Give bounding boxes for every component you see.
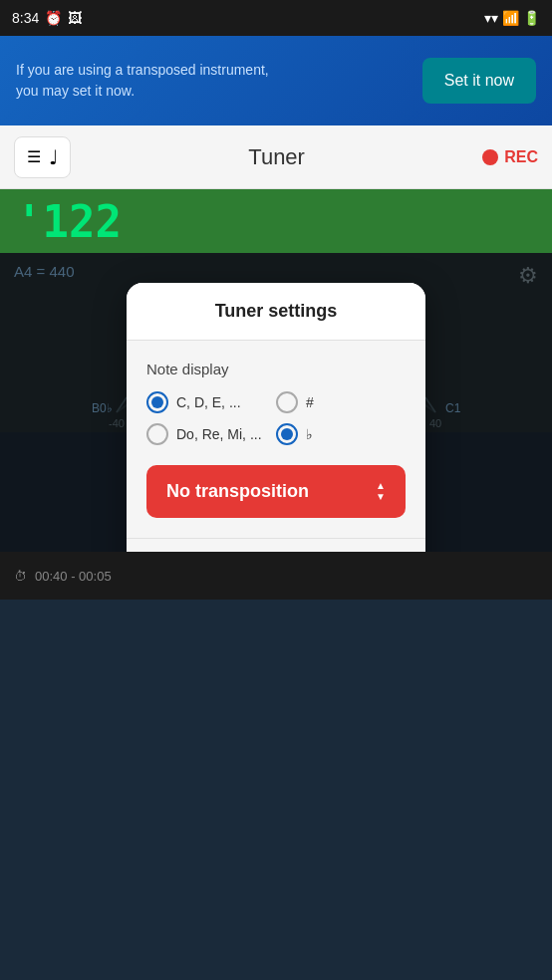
status-right: ▾▾ 📶 🔋 — [484, 10, 540, 26]
tuner-value: '122 — [16, 196, 122, 247]
radio-flat[interactable]: ♭ — [276, 423, 406, 445]
radio-cde[interactable]: C, D, E, ... — [146, 391, 276, 413]
hamburger-icon: ☰ — [27, 147, 41, 166]
rec-dot — [482, 149, 498, 165]
transposition-label: No transposition — [166, 481, 309, 502]
transposition-arrows: ▲ ▼ — [376, 481, 386, 502]
app-title: Tuner — [248, 144, 305, 170]
wifi-icon: ▾▾ — [484, 10, 498, 26]
banner-text: If you are using a transposed instrument… — [16, 60, 275, 102]
radio-circle-flat — [276, 423, 298, 445]
alarm-icon: ⏰ — [45, 10, 62, 26]
signal-icon: 📶 — [502, 10, 519, 26]
bottom-bar: ⏱ 00:40 - 00:05 — [0, 552, 552, 600]
radio-circle-sharp — [276, 391, 298, 413]
tuner-background: A4 = 440 ⚙ -40 -20 0 20 40 B0♭ C — [0, 253, 552, 552]
photo-icon: 🖼 — [68, 10, 82, 26]
freq-section: A4 Frequency − 440Hz + Reset : 440Hz — [146, 539, 406, 552]
arrow-up-icon: ▲ — [376, 481, 386, 491]
note-icon: ♩ — [49, 145, 58, 169]
status-bar: 8:34 ⏰ 🖼 ▾▾ 📶 🔋 — [0, 0, 552, 36]
dialog-title: Tuner settings — [127, 283, 425, 341]
radio-sharp[interactable]: # — [276, 391, 406, 413]
transposition-select[interactable]: No transposition ▲ ▼ — [146, 465, 406, 518]
arrow-down-icon: ▼ — [376, 492, 386, 502]
time-display: 8:34 — [12, 10, 39, 26]
radio-circle-cde — [146, 391, 168, 413]
tuner-settings-dialog: Tuner settings Note display C, D, E, ...… — [127, 283, 425, 552]
set-it-now-button[interactable]: Set it now — [422, 58, 536, 104]
banner: If you are using a transposed instrument… — [0, 36, 552, 125]
rec-button[interactable]: REC — [482, 148, 538, 166]
radio-doremi[interactable]: Do, Re, Mi, ... — [146, 423, 276, 445]
timer-icon: ⏱ — [14, 569, 27, 584]
battery-icon: 🔋 — [523, 10, 540, 26]
radio-grid: C, D, E, ... # Do, Re, Mi, ... — [146, 391, 406, 445]
radio-label-doremi: Do, Re, Mi, ... — [176, 426, 262, 442]
status-left: 8:34 ⏰ 🖼 — [12, 10, 82, 26]
time-range: 00:40 - 00:05 — [35, 569, 112, 584]
radio-label-flat: ♭ — [306, 426, 313, 442]
radio-label-sharp: # — [306, 394, 314, 410]
app-bar: ☰ ♩ Tuner REC — [0, 125, 552, 189]
dialog-content: Note display C, D, E, ... # — [127, 341, 425, 552]
tuner-display: '122 — [0, 189, 552, 253]
menu-button[interactable]: ☰ ♩ — [14, 136, 71, 178]
radio-circle-doremi — [146, 423, 168, 445]
radio-label-cde: C, D, E, ... — [176, 394, 241, 410]
rec-label: REC — [504, 148, 538, 166]
note-display-label: Note display — [146, 361, 406, 377]
dialog-overlay: Tuner settings Note display C, D, E, ...… — [0, 253, 552, 552]
